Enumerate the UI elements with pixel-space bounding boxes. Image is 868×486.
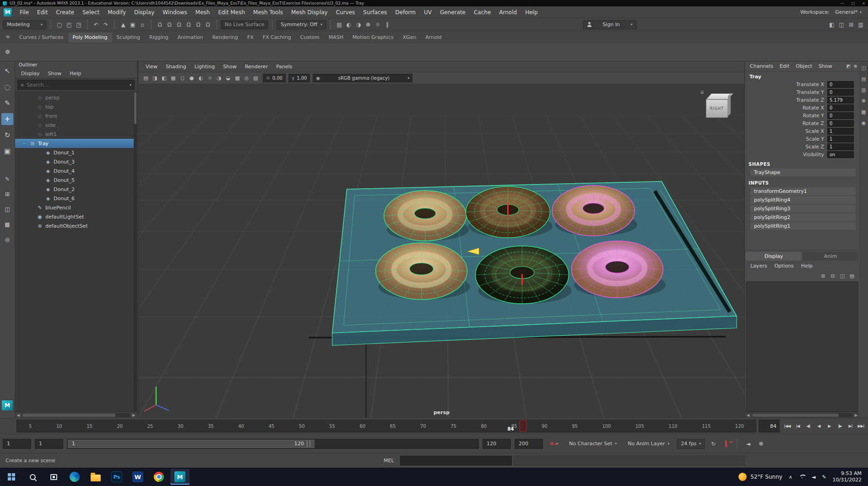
layer-create-icon[interactable]: ⊞ [819,272,827,279]
viewport-menu-item[interactable]: Shading [162,62,190,71]
outliner-item[interactable]: ⊕ defaultObjectSet [15,221,137,230]
clock[interactable]: 9:53 AM 10/31/2022 [833,470,862,484]
channel-value-field[interactable]: 0 [827,112,854,119]
channel-label[interactable]: Visibility [803,152,824,158]
channel-row[interactable]: Translate Y 0 [745,88,859,96]
zoom-tool-icon[interactable]: ◎ [1,234,13,246]
channel-box-icon[interactable]: ▤ [861,76,866,82]
rotate-tool[interactable]: ↻ [1,129,13,141]
exposure-field[interactable]: ☼ 0.00 [263,74,286,82]
outliner-menu-item[interactable]: Show [44,69,66,78]
outliner-item[interactable]: − ⊞ Tray [15,139,137,148]
pause-viewport-icon[interactable]: ‖ [383,20,392,29]
wifi-icon[interactable] [799,475,805,479]
viewport-menu-item[interactable]: View [141,62,162,71]
menu-item[interactable]: Mesh Tools [249,7,287,17]
pen-tool-icon[interactable]: ✎ [1,173,13,185]
play-backwards-button[interactable]: ◀ [814,420,824,432]
weather-widget[interactable]: 52°F Sunny [738,473,782,481]
go-to-end-button[interactable]: ▶▶| [856,420,866,432]
outliner-item[interactable]: ◇ top [15,102,137,111]
outliner-menu-item[interactable]: Display [17,69,44,78]
timeline-track[interactable]: 5101520253035404550556065707580859095100… [16,420,756,432]
quick-layout-icon[interactable]: ▩ [1,218,13,230]
outliner-item[interactable]: ◇ side [15,120,137,130]
channel-label[interactable]: Rotate Y [803,113,824,119]
move-tool[interactable]: + [1,113,13,125]
mel-input[interactable] [400,456,512,465]
outliner-item[interactable]: ◈ Donut_3 [15,157,137,166]
task-view-button[interactable] [44,469,63,485]
command-output-field[interactable] [514,456,745,465]
layer-options-icon[interactable]: ▤ [848,272,856,279]
gear-icon[interactable]: ☸ [0,49,15,55]
menu-item[interactable]: Edit [33,7,52,17]
animation-start-field[interactable]: 1 [3,439,31,449]
isolate-select-icon[interactable]: ◎ [242,74,251,82]
outliner-item[interactable]: ✎ bluePencil [15,203,137,212]
scale-tool[interactable]: ▣ [1,145,13,157]
current-frame-marker[interactable] [520,420,526,432]
menu-item[interactable]: Windows [158,7,191,17]
outliner-item[interactable]: ◈ Donut_4 [15,166,137,175]
outliner-item[interactable]: ◇ front [15,111,137,120]
layer-editor-menu-item[interactable]: Help [797,262,816,270]
input-node-item[interactable]: polySplitRing3 [750,205,856,213]
menu-item[interactable]: Select [78,7,103,17]
snap-to-curves-icon[interactable]: Ω [165,20,174,29]
animation-preferences-icon[interactable]: ☸ [756,441,765,447]
playback-start-field[interactable]: 1 [35,439,63,449]
playback-end-field[interactable]: 120 [483,439,511,449]
scroll-right-icon[interactable]: ▶ [130,413,137,417]
select-by-component-icon[interactable]: ▫ [138,20,147,29]
playback-range-handle[interactable]: 1 120 [68,440,315,448]
select-camera-icon[interactable]: ▤ [141,74,150,82]
menu-item[interactable]: Create [52,7,78,17]
lasso-tool[interactable]: ◌ [1,81,13,93]
shelf-tab[interactable]: MASH [324,33,348,43]
outliner-item[interactable]: ◈ Donut_5 [15,175,137,185]
new-scene-icon[interactable]: ▢ [55,20,64,29]
outliner-horizontal-scrollbar[interactable]: ◀ ▶ [15,412,137,418]
channel-row[interactable]: Rotate X 0 [745,104,859,112]
input-node-item[interactable]: transformGeometry1 [750,187,856,195]
viewport-menu-item[interactable]: Lighting [190,62,219,71]
channel-value-field[interactable]: 0 [827,104,854,111]
channel-label[interactable]: Scale Y [806,136,824,142]
workspace-sidebar-icon[interactable]: ◫ [861,65,866,71]
menu-item[interactable]: Surfaces [359,7,391,17]
shape-node-item[interactable]: TrayShape [750,169,856,176]
play-forwards-button[interactable]: ▶ [824,420,835,432]
character-set-selector[interactable]: No Character Set ▾ [565,439,620,449]
shelf-tab[interactable]: Motion Graphics [348,33,398,43]
viewport-canvas[interactable]: ⌂ RIGHT persp [139,84,744,418]
chrome-button[interactable] [149,469,168,485]
shelf-tab[interactable]: Curves / Surfaces [15,33,68,43]
volume-icon[interactable]: ◄ [812,474,815,480]
layout-single-pane-icon[interactable]: ◧ [827,20,836,29]
step-back-key-button[interactable]: ◀| [803,420,814,432]
xray-icon[interactable]: ▨ [251,74,260,82]
channel-row[interactable]: Visibility on [745,151,859,158]
input-node-item[interactable]: polySplitRing4 [750,196,856,204]
shelf-tab[interactable]: Rigging [145,33,173,43]
menu-item[interactable]: Help [521,7,542,17]
viewport-menu-item[interactable]: Renderer [241,62,272,71]
step-back-frame-button[interactable]: |◀ [792,420,803,432]
auto-key-button[interactable] [722,441,731,447]
start-button[interactable] [2,469,21,485]
render-current-frame-icon[interactable]: ◐ [344,20,353,29]
outliner-item[interactable]: ◇ persp [15,93,137,102]
menu-item[interactable]: Mesh [191,7,214,17]
snap-to-grids-icon[interactable]: Ω [155,20,164,29]
mel-toggle[interactable]: MEL [384,458,394,464]
shelf-tab[interactable]: FX [243,33,258,43]
pin-icon[interactable]: ◩ [846,64,851,69]
channel-box-menu-item[interactable]: Object [792,62,815,71]
screen-space-ao-icon[interactable]: ◒ [224,74,233,82]
layer-editor-menu-item[interactable]: Layers [747,262,770,270]
bookmarks-icon[interactable]: ◧ [160,74,168,82]
animation-end-field[interactable]: 200 [515,439,543,449]
shadows-icon[interactable]: ◑ [215,74,223,82]
channel-box-scrollbar[interactable]: ◀ ▶ [745,412,859,418]
